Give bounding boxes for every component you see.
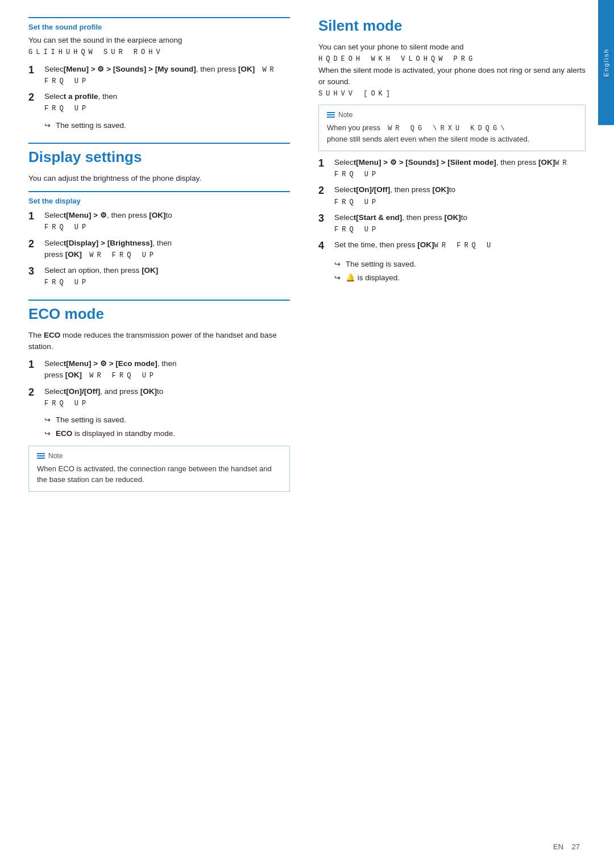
list-item: 2 Select[Display] > [Brightness], then p… — [28, 238, 290, 261]
encoded-sound-line: GLIIHUHQW SUR ROHV — [28, 48, 164, 56]
sound-profile-title: Set the sound profile — [28, 23, 290, 31]
eco-mode-body: The ECO mode reduces the transmission po… — [28, 330, 290, 353]
footer-label: EN — [553, 842, 563, 851]
set-display-subsection: Set the display — [28, 191, 290, 205]
display-divider — [28, 143, 290, 144]
side-tab-label: English — [603, 48, 609, 77]
arrow-item-eco-1: ↪ The setting is saved. — [44, 414, 290, 426]
list-item: 1 Select[Menu] > ⚙ > [Sounds] > [Silent … — [318, 157, 586, 180]
note-label: Note — [48, 452, 63, 460]
eco-note-body: When ECO is activated, the connection ra… — [37, 463, 281, 485]
left-column: Set the sound profile You can set the so… — [28, 17, 307, 845]
display-settings-title: Display settings — [28, 148, 290, 166]
eco-steps: 1 Select[Menu] > ⚙ > [Eco mode], then pr… — [28, 358, 290, 409]
silent-steps: 1 Select[Menu] > ⚙ > [Sounds] > [Silent … — [318, 157, 586, 253]
set-display-title: Set the display — [28, 197, 290, 205]
arrow-item-eco-2: ↪ ECO is displayed in standby mode. — [44, 428, 290, 439]
silent-mode-title: Silent mode — [318, 17, 586, 35]
set-display-divider — [28, 191, 290, 192]
right-column: Silent mode You can set your phone to si… — [307, 17, 586, 845]
arrow-item-silent-1: ↪ The setting is saved. — [334, 259, 586, 270]
eco-note-box: Note When ECO is activated, the connecti… — [28, 446, 290, 492]
sound-profile-section: Set the sound profile You can set the so… — [28, 17, 290, 131]
silent-mode-section: Silent mode You can set your phone to si… — [318, 17, 586, 284]
display-steps: 1 Select[Menu] > ⚙, then press [OK]to FR… — [28, 210, 290, 288]
list-item: 3 Select[Start & end], then press [OK]to… — [318, 212, 586, 235]
display-settings-body: You can adjust the brightness of the pho… — [28, 173, 290, 184]
list-item: 4 Set the time, then press [OK]WR FRQ U — [318, 239, 586, 252]
page-number: 27 — [572, 842, 580, 851]
section-divider — [28, 17, 290, 18]
note-label: Note — [338, 111, 352, 119]
side-tab: English — [598, 0, 614, 125]
arrow-item-silent-2: ↪ 🔔 is displayed. — [334, 272, 586, 284]
list-item: 3 Select an option, then press [OK] FRQ … — [28, 265, 290, 288]
eco-note-header: Note — [37, 452, 281, 460]
eco-divider — [28, 300, 290, 301]
page-footer: EN 27 — [553, 842, 580, 851]
eco-mode-section: ECO mode The ECO mode reduces the transm… — [28, 300, 290, 492]
sound-profile-steps: 1 Selec[Menu] > ⚙ > [Sounds] > [My sound… — [28, 64, 290, 114]
list-item: 2 Select[On]/[Off], then press [OK]to FR… — [318, 184, 586, 207]
list-item: 1 Select[Menu] > ⚙, then press [OK]to FR… — [28, 210, 290, 233]
silent-mode-body: You can set your phone to silent mode an… — [318, 41, 586, 99]
list-item: 1 Select[Menu] > ⚙ > [Eco mode], then pr… — [28, 358, 290, 381]
note-icon — [37, 453, 45, 459]
silent-note-box: Note When you press WR QG \RXU KDQG\ pho… — [318, 105, 586, 151]
eco-mode-title: ECO mode — [28, 305, 290, 323]
display-settings-section: Display settings You can adjust the brig… — [28, 143, 290, 288]
silent-note-header: Note — [327, 111, 577, 119]
silent-note-body: When you press WR QG \RXU KDQG\ phone st… — [327, 122, 577, 145]
list-item: 2 Select[On]/[Off], and press [OK]to FRQ… — [28, 386, 290, 409]
list-item: 2 Select a profile, then FRQ UP — [28, 91, 290, 114]
arrow-item: ↪ The setting is saved. — [44, 120, 290, 131]
list-item: 1 Selec[Menu] > ⚙ > [Sounds] > [My sound… — [28, 64, 290, 87]
note-icon — [327, 112, 335, 118]
sound-profile-body: You can set the sound in the earpiece am… — [28, 35, 290, 58]
